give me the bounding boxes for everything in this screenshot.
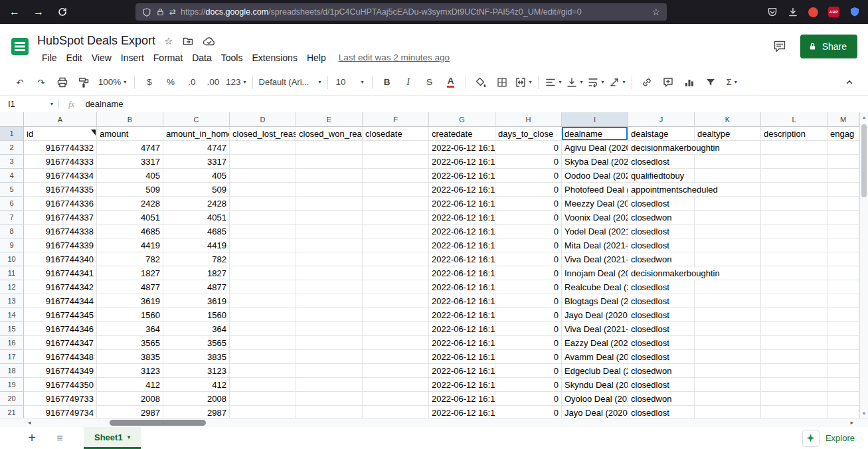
permissions-icon[interactable]: ⇄ [169, 7, 176, 17]
cell-C17[interactable]: 3835 [163, 350, 230, 364]
vertical-scrollbar[interactable]: ▴ ▾ [859, 112, 868, 418]
cell-E20[interactable] [296, 392, 363, 406]
cell-A14[interactable]: 9167744345 [24, 308, 97, 322]
cell-F7[interactable] [363, 211, 429, 224]
cell-K15[interactable] [695, 322, 761, 336]
format-percent-button[interactable]: % [160, 73, 181, 92]
cell-D8[interactable] [230, 224, 296, 238]
cell-C2[interactable]: 4747 [163, 141, 230, 155]
cell-G19[interactable]: 2022-06-12 16:18 [429, 378, 495, 392]
strikethrough-button[interactable]: S [419, 73, 440, 92]
cell-K10[interactable] [695, 252, 761, 266]
cell-G1[interactable]: createdate [429, 127, 495, 141]
cell-B21[interactable]: 2987 [97, 406, 163, 418]
cell-H14[interactable]: 0 [495, 308, 562, 322]
cell-B12[interactable]: 4877 [97, 280, 163, 294]
vertical-scroll-thumb[interactable] [861, 124, 867, 197]
cell-K4[interactable] [695, 169, 761, 183]
cell-G12[interactable]: 2022-06-12 16:18 [429, 280, 495, 294]
cell-J16[interactable]: closedlost [628, 336, 695, 350]
row-header-5[interactable]: 5 [0, 183, 24, 197]
cell-E1[interactable]: closed_won_reas [296, 127, 363, 141]
cell-A12[interactable]: 9167744342 [24, 280, 97, 294]
cell-B1[interactable]: amount [97, 127, 163, 141]
column-header-D[interactable]: D [230, 112, 296, 127]
cell-A9[interactable]: 9167744339 [24, 238, 97, 252]
row-header-7[interactable]: 7 [0, 211, 24, 224]
row-header-2[interactable]: 2 [0, 141, 24, 155]
cell-A20[interactable]: 9167749733 [24, 392, 97, 406]
url-bar[interactable]: ⇄ https://docs.google.com/spreadsheets/d… [135, 3, 667, 21]
cell-D12[interactable] [230, 280, 296, 294]
cell-J1[interactable]: dealstage [628, 127, 695, 141]
row-header-21[interactable]: 21 [0, 406, 24, 418]
cell-D6[interactable] [230, 197, 296, 211]
cell-K12[interactable] [695, 280, 761, 294]
cell-I2[interactable]: Agivu Deal (2020 [562, 141, 628, 155]
explore-button[interactable]: Explore [802, 430, 855, 447]
cell-K21[interactable] [695, 406, 761, 418]
cell-B8[interactable]: 4685 [97, 224, 163, 238]
cell-F11[interactable] [363, 266, 429, 280]
hide-toolbar-icon[interactable] [839, 73, 860, 92]
cell-M20[interactable] [827, 392, 859, 406]
cell-B14[interactable]: 1560 [97, 308, 163, 322]
cell-F18[interactable] [363, 364, 429, 378]
cell-I21[interactable]: Jayo Deal (2020- [562, 406, 628, 418]
cell-E5[interactable] [296, 183, 363, 197]
cell-K7[interactable] [695, 211, 761, 224]
formula-input[interactable]: dealname [85, 99, 868, 109]
cell-C6[interactable]: 2428 [163, 197, 230, 211]
cell-L5[interactable] [761, 183, 827, 197]
cell-M12[interactable] [827, 280, 859, 294]
back-button[interactable]: ← [5, 3, 24, 21]
cell-B20[interactable]: 2008 [97, 392, 163, 406]
cell-I10[interactable]: Viva Deal (2021-0 [562, 252, 628, 266]
column-header-H[interactable]: H [495, 112, 562, 127]
cell-M6[interactable] [827, 197, 859, 211]
column-header-F[interactable]: F [363, 112, 429, 127]
cell-B2[interactable]: 4747 [97, 141, 163, 155]
cell-M9[interactable] [827, 238, 859, 252]
cell-I11[interactable]: Innojam Deal (20 [562, 266, 628, 280]
cell-F3[interactable] [363, 155, 429, 169]
cell-M8[interactable] [827, 224, 859, 238]
cell-J14[interactable]: closedlost [628, 308, 695, 322]
cell-B16[interactable]: 3565 [97, 336, 163, 350]
cell-G20[interactable]: 2022-06-12 16:18 [429, 392, 495, 406]
cell-G17[interactable]: 2022-06-12 16:18 [429, 350, 495, 364]
row-header-19[interactable]: 19 [0, 378, 24, 392]
star-icon[interactable]: ☆ [164, 35, 173, 47]
cell-A13[interactable]: 9167744344 [24, 294, 97, 308]
insert-chart-icon[interactable] [679, 73, 700, 92]
cell-L7[interactable] [761, 211, 827, 224]
download-icon[interactable] [788, 7, 798, 17]
extension-red-icon[interactable] [808, 7, 818, 17]
cell-M15[interactable] [827, 322, 859, 336]
cell-D19[interactable] [230, 378, 296, 392]
cell-A4[interactable]: 9167744334 [24, 169, 97, 183]
cell-J19[interactable]: closedlost [628, 378, 695, 392]
cell-E7[interactable] [296, 211, 363, 224]
select-all-corner[interactable] [0, 112, 24, 127]
cell-J7[interactable]: closedwon [628, 211, 695, 224]
fill-color-icon[interactable] [470, 73, 491, 92]
cell-F16[interactable] [363, 336, 429, 350]
cell-I8[interactable]: Yodel Deal (2021 [562, 224, 628, 238]
cell-B7[interactable]: 4051 [97, 211, 163, 224]
cell-A5[interactable]: 9167744335 [24, 183, 97, 197]
cell-J3[interactable]: closedlost [628, 155, 695, 169]
cell-F5[interactable] [363, 183, 429, 197]
horizontal-scrollbar[interactable]: ◂ ▸ [0, 418, 868, 427]
cell-A11[interactable]: 9167744341 [24, 266, 97, 280]
cell-L15[interactable] [761, 322, 827, 336]
cell-L21[interactable] [761, 406, 827, 418]
cell-E16[interactable] [296, 336, 363, 350]
cell-C7[interactable]: 4051 [163, 211, 230, 224]
cell-G11[interactable]: 2022-06-12 16:18 [429, 266, 495, 280]
cell-E18[interactable] [296, 364, 363, 378]
menu-format[interactable]: Format [149, 51, 187, 64]
insert-link-icon[interactable] [636, 73, 657, 92]
row-header-12[interactable]: 12 [0, 280, 24, 294]
sheets-logo[interactable] [11, 37, 29, 56]
